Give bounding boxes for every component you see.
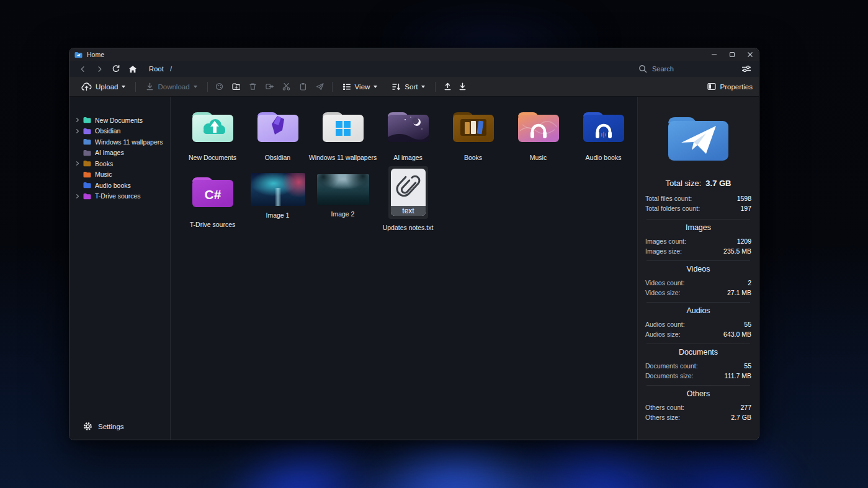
maximize-button[interactable] <box>723 48 741 61</box>
close-button[interactable] <box>741 48 759 61</box>
toolbar: Upload Download View Sort Properties <box>69 77 759 97</box>
cut-icon <box>279 79 294 94</box>
sidebar: New DocumentsObsidianWindows 11 wallpape… <box>69 97 171 440</box>
grid-item-label: Music <box>530 154 547 161</box>
breadcrumb-separator: / <box>170 65 172 73</box>
folder-icon <box>83 160 91 167</box>
detail-row: Others count:277 <box>645 402 751 412</box>
folder-icon <box>320 106 367 146</box>
download-tray-button[interactable] <box>455 79 470 94</box>
sidebar-item-ai-images[interactable]: AI images <box>69 148 170 159</box>
back-button <box>77 64 88 74</box>
properties-panel: Total size:3.7 GB Total files count:1598… <box>637 97 759 440</box>
section-title-others: Others <box>645 389 751 401</box>
sidebar-item-audio-books[interactable]: Audio books <box>69 180 170 191</box>
folder-icon <box>83 128 91 135</box>
grid-item-windows-11-wallpapers[interactable]: Windows 11 wallpapers <box>310 102 375 171</box>
grid-item-obsidian[interactable]: Obsidian <box>245 102 310 171</box>
new-folder-icon[interactable] <box>229 79 244 94</box>
sort-button[interactable]: Sort <box>387 79 431 94</box>
section-title-audios: Audios <box>645 306 751 317</box>
settings-label: Settings <box>98 423 124 430</box>
chevron-down-icon <box>194 86 197 88</box>
panel-divider <box>647 344 750 344</box>
file-grid-area: New DocumentsObsidianWindows 11 wallpape… <box>171 97 637 440</box>
chevron-right-icon[interactable] <box>75 193 83 199</box>
download-tray-icon <box>146 82 154 91</box>
svg-text:C#: C# <box>204 187 221 202</box>
detail-row: Audios size:643.0 MB <box>645 329 751 339</box>
folder-icon <box>83 193 91 200</box>
settings-button[interactable]: Settings <box>83 422 124 431</box>
grid-item-audio-books[interactable]: Audio books <box>571 102 636 171</box>
search-input[interactable] <box>652 65 725 73</box>
grid-item-label: New Documents <box>189 154 236 161</box>
sidebar-item-t-drive-sources[interactable]: T-Drive sources <box>69 191 170 202</box>
upload-button[interactable]: Upload <box>76 79 131 94</box>
gear-icon <box>83 422 92 431</box>
view-button[interactable]: View <box>337 79 383 94</box>
sidebar-item-label: AI images <box>95 149 124 156</box>
detail-row: Documents size:111.7 MB <box>645 371 751 381</box>
title-bar: Home <box>69 48 759 61</box>
panel-divider <box>647 302 750 303</box>
grid-item-image-1[interactable]: Image 1 <box>245 171 310 239</box>
grid-item-t-drive-sources[interactable]: C#T-Drive sources <box>180 171 245 239</box>
sidebar-item-label: Audio books <box>95 182 131 189</box>
grid-item-new-documents[interactable]: New Documents <box>180 102 245 171</box>
panel-divider <box>647 219 750 220</box>
detail-row: Images count:1209 <box>645 236 751 246</box>
grid-item-label: Books <box>464 154 482 161</box>
panel-divider <box>647 260 750 261</box>
grid-item-ai-images[interactable]: AI images <box>375 102 441 171</box>
chevron-right-icon[interactable] <box>75 117 83 123</box>
folder-icon <box>83 171 91 178</box>
sidebar-item-music[interactable]: Music <box>69 169 170 180</box>
refresh-button[interactable] <box>110 64 122 74</box>
folder-icon <box>450 106 497 146</box>
move-icon <box>262 79 277 94</box>
grid-item-label: Obsidian <box>265 154 290 161</box>
section-title-videos: Videos <box>645 265 751 276</box>
sidebar-item-new-documents[interactable]: New Documents <box>69 115 170 126</box>
file-manager-window: Home Root / Upload Download <box>69 48 759 440</box>
chevron-down-icon <box>421 86 425 88</box>
folder-icon: C# <box>189 171 236 211</box>
detail-row: Total files count:1598 <box>645 193 751 203</box>
app-icon <box>74 51 83 58</box>
grid-item-label: Image 2 <box>331 210 355 218</box>
detail-row: Documents count:55 <box>645 361 751 371</box>
chevron-down-icon <box>374 86 377 88</box>
properties-button[interactable]: Properties <box>707 82 753 91</box>
detail-row: Videos size:27.1 MB <box>645 288 751 298</box>
grid-item-label: AI images <box>393 154 423 161</box>
breadcrumb-root[interactable]: Root <box>149 65 164 73</box>
sidebar-item-books[interactable]: Books <box>69 158 170 169</box>
chevron-right-icon[interactable] <box>75 161 83 166</box>
grid-item-updates-notes-txt[interactable]: textUpdates notes.txt <box>375 171 441 239</box>
home-button[interactable] <box>127 64 138 74</box>
sidebar-item-windows-11-wallpapers[interactable]: Windows 11 wallpapers <box>69 136 170 148</box>
filter-icon[interactable] <box>741 64 751 73</box>
detail-row: Videos count:2 <box>645 278 751 288</box>
chevron-right-icon[interactable] <box>75 128 83 134</box>
grid-item-label: Windows 11 wallpapers <box>309 154 377 161</box>
panel-divider <box>647 385 750 386</box>
grid-item-music[interactable]: Music <box>506 102 571 171</box>
sort-icon <box>392 83 401 91</box>
sidebar-item-obsidian[interactable]: Obsidian <box>69 126 170 137</box>
delete-icon <box>246 79 261 94</box>
total-size: Total size:3.7 GB <box>645 179 751 190</box>
grid-item-image-2[interactable]: Image 2 <box>310 171 375 239</box>
sidebar-item-label: Windows 11 wallpapers <box>95 138 163 146</box>
folder-icon <box>83 182 91 189</box>
folder-icon <box>254 106 302 146</box>
upload-tray-button[interactable] <box>440 79 455 94</box>
detail-row: Images size:235.5 MB <box>645 246 751 256</box>
grid-item-books[interactable]: Books <box>441 102 506 171</box>
folder-icon <box>580 106 627 146</box>
minimize-button[interactable] <box>705 48 723 61</box>
sidebar-item-label: T-Drive sources <box>95 192 141 200</box>
chevron-down-icon <box>122 86 125 88</box>
sidebar-item-label: Music <box>95 171 112 178</box>
